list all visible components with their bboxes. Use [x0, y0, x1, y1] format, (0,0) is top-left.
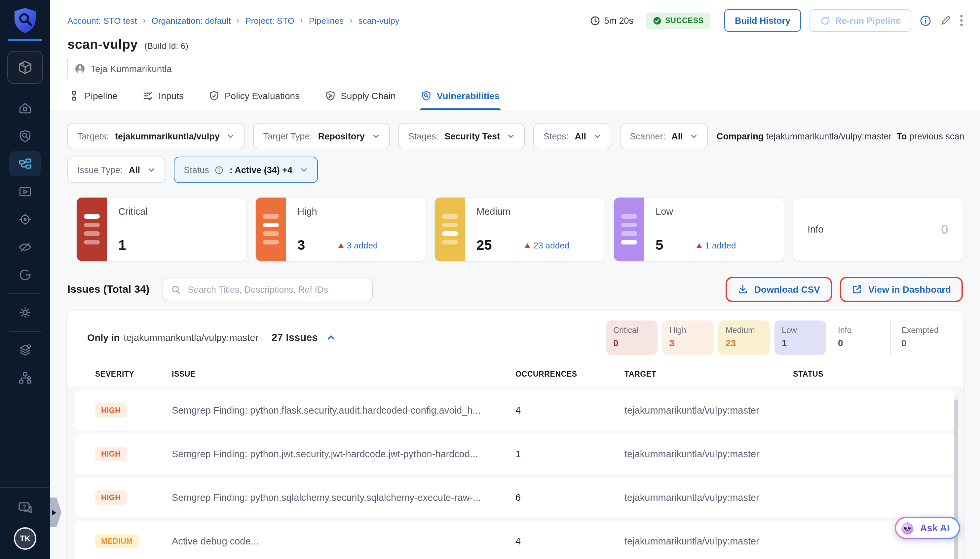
kebab-menu-icon[interactable]: [960, 15, 963, 26]
sidebar-item-executions[interactable]: [9, 179, 41, 204]
title-row: scan-vulpy (Build Id: 6): [50, 32, 980, 52]
get-started-icon: [18, 268, 32, 282]
sidebar-item-targets[interactable]: [9, 207, 41, 232]
breadcrumb-org[interactable]: Organization: default: [152, 15, 231, 25]
chevron-down-icon: [300, 166, 307, 174]
filter-row-1: Targets: tejakummarikuntla/vulpy Target …: [68, 123, 963, 149]
table-row-partial[interactable]: MEDIUM Active debug code... 4 tejakummar…: [75, 521, 955, 559]
severity-card-low[interactable]: Low 5 1 added: [614, 198, 784, 261]
triangle-up-icon: [338, 243, 343, 248]
user-avatar[interactable]: TK: [14, 527, 36, 550]
breadcrumb-current[interactable]: scan-vulpy: [358, 15, 399, 25]
search-input[interactable]: [186, 284, 364, 295]
issues-rows: HIGH Semgrep Finding: python.flask.secur…: [68, 387, 963, 559]
stages-filter[interactable]: Stages: Security Test: [398, 123, 525, 149]
occurrences: 6: [516, 492, 625, 503]
help-chat-icon[interactable]: ?: [9, 496, 41, 521]
table-row[interactable]: HIGH Semgrep Finding: python.sqlalchemy.…: [75, 478, 955, 518]
collapse-chevron-up-icon[interactable]: [326, 333, 336, 342]
severity-card-critical[interactable]: Critical 1: [77, 198, 246, 261]
filter-row-2: Issue Type: All Status : Active (34) +4: [68, 157, 963, 183]
pipelines-icon: [18, 157, 32, 171]
sidebar-bottom: ? TK: [0, 487, 50, 559]
main-area: Account: STO test › Organization: defaul…: [50, 0, 980, 559]
breadcrumb-account[interactable]: Account: STO test: [68, 15, 137, 25]
breadcrumb-separator: ›: [300, 16, 303, 25]
severity-card-info[interactable]: Info 0: [793, 198, 963, 261]
severity-gauge-icon: [614, 198, 644, 261]
breadcrumb-project[interactable]: Project: STO: [245, 15, 294, 25]
download-csv-button[interactable]: Download CSV: [730, 280, 828, 299]
sidebar-item-org-settings[interactable]: [9, 366, 41, 390]
shield-scan-icon: [18, 129, 32, 143]
tab-supply-chain[interactable]: Supply Chain: [324, 83, 397, 110]
group-header: Only in tejakummarikuntla/vulpy:master 2…: [68, 311, 963, 357]
rerun-pipeline-button[interactable]: Re-run Pipeline: [810, 9, 911, 32]
top-bar: Account: STO test › Organization: defaul…: [50, 0, 980, 32]
issue-type-filter[interactable]: Issue Type: All: [68, 157, 165, 183]
severity-badge: HIGH: [95, 403, 127, 418]
chevron-down-icon: [227, 132, 235, 140]
table-row[interactable]: HIGH Semgrep Finding: python.flask.secur…: [75, 390, 955, 430]
edit-pencil-icon[interactable]: [940, 15, 952, 26]
sto-shield-logo-icon[interactable]: [13, 7, 37, 34]
occurrences: 1: [516, 449, 625, 459]
tab-bar: Pipeline Inputs Policy Evaluations Suppl…: [50, 83, 980, 110]
severity-card-high[interactable]: High 3 3 added: [256, 198, 426, 261]
table-row[interactable]: HIGH Semgrep Finding: python.jwt.securit…: [75, 434, 955, 474]
severity-badge: HIGH: [95, 447, 127, 461]
cube-icon: [17, 59, 34, 76]
scanner-filter[interactable]: Scanner: All: [620, 123, 708, 149]
occurrences: 4: [516, 405, 625, 416]
person-icon: [75, 63, 85, 74]
info-icon[interactable]: [920, 15, 931, 26]
vulnerabilities-content: Targets: tejakummarikuntla/vulpy Target …: [50, 110, 980, 559]
chip-info[interactable]: Info0: [831, 321, 882, 355]
breadcrumb-pipelines[interactable]: Pipelines: [309, 15, 344, 25]
info-icon: [215, 165, 224, 174]
chip-high[interactable]: High3: [662, 321, 714, 355]
build-history-button[interactable]: Build History: [724, 9, 801, 32]
severity-card-medium[interactable]: Medium 25 23 added: [435, 198, 605, 261]
sidebar-item-scans[interactable]: [9, 124, 41, 149]
inputs-tab-icon: [143, 91, 153, 101]
tab-vulnerabilities[interactable]: Vulnerabilities: [420, 83, 501, 110]
steps-filter[interactable]: Steps: All: [534, 123, 611, 149]
chip-low[interactable]: Low1: [775, 321, 826, 355]
chip-medium[interactable]: Medium23: [718, 321, 770, 355]
ask-ai-button[interactable]: Ask AI: [895, 517, 960, 539]
chevron-down-icon: [593, 132, 602, 140]
target-icon: [18, 212, 32, 227]
sidebar-item-settings[interactable]: [9, 300, 41, 325]
issue-title: Semgrep Finding: python.flask.security.a…: [172, 405, 516, 416]
added-link[interactable]: 1 added: [696, 240, 736, 250]
sidebar-item-pipelines[interactable]: [9, 151, 41, 177]
shield-check-icon: [209, 91, 220, 101]
module-selector-button[interactable]: [7, 51, 43, 84]
targets-filter[interactable]: Targets: tejakummarikuntla/vulpy: [68, 123, 245, 149]
eye-off-icon: [18, 240, 32, 255]
view-in-dashboard-button[interactable]: View in Dashboard: [844, 280, 959, 299]
status-badge: SUCCESS: [646, 12, 711, 29]
table-header: SEVERITY ISSUE OCCURRENCES TARGET STATUS: [68, 366, 963, 382]
breadcrumb-separator: ›: [236, 16, 239, 25]
severity-cards: Critical 1 High 3 3 added: [77, 198, 963, 261]
clock-icon: [590, 15, 600, 25]
triangle-up-icon: [696, 243, 701, 248]
sidebar-item-home[interactable]: [9, 96, 41, 121]
tab-pipeline[interactable]: Pipeline: [68, 83, 119, 110]
target-type-filter[interactable]: Target Type: Repository: [253, 123, 390, 149]
divider: [68, 58, 68, 79]
tab-inputs[interactable]: Inputs: [141, 83, 185, 110]
severity-badge: HIGH: [95, 490, 127, 505]
build-duration: 5m 20s: [590, 15, 634, 25]
chip-exempted[interactable]: Exempted0: [890, 321, 950, 355]
added-link[interactable]: 3 added: [338, 240, 378, 250]
added-link[interactable]: 23 added: [525, 240, 569, 250]
chip-critical[interactable]: Critical0: [606, 321, 658, 355]
status-filter[interactable]: Status : Active (34) +4: [174, 157, 317, 183]
sidebar-item-exemptions[interactable]: [9, 235, 41, 260]
sidebar-item-get-started[interactable]: [9, 262, 41, 288]
sidebar-item-default-settings[interactable]: [9, 337, 41, 363]
tab-policy-evaluations[interactable]: Policy Evaluations: [208, 83, 301, 110]
